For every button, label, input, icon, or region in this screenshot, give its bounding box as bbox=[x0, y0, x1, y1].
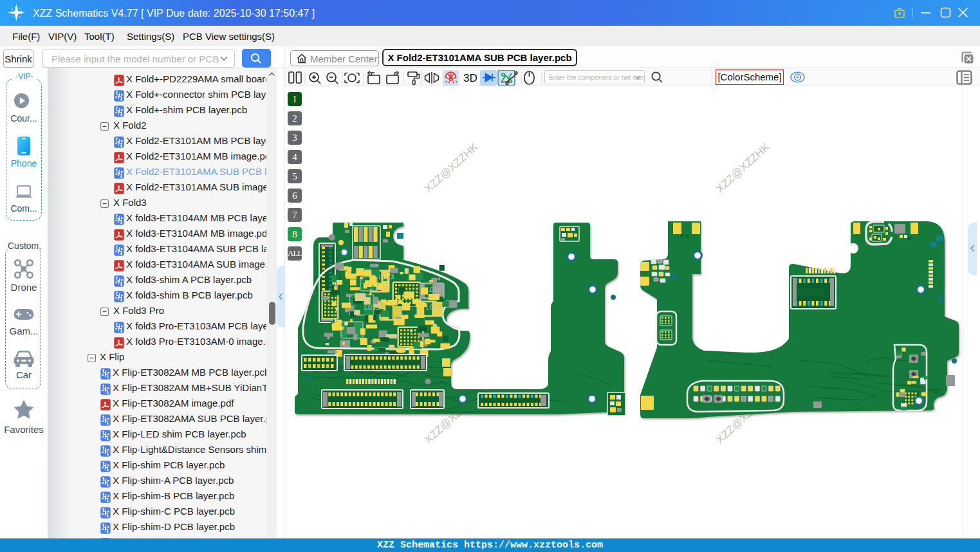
svg-text:XZZ@XZZHK: XZZ@XZZHK bbox=[422, 140, 481, 195]
svg-text:XZZ@XZZHK: XZZ@XZZHK bbox=[714, 140, 772, 195]
svg-text:L017: L017 bbox=[426, 303, 441, 311]
svg-text:L016: L016 bbox=[426, 286, 441, 293]
svg-text:3D: 3D bbox=[463, 72, 477, 84]
svg-text:L015: L015 bbox=[364, 304, 380, 311]
